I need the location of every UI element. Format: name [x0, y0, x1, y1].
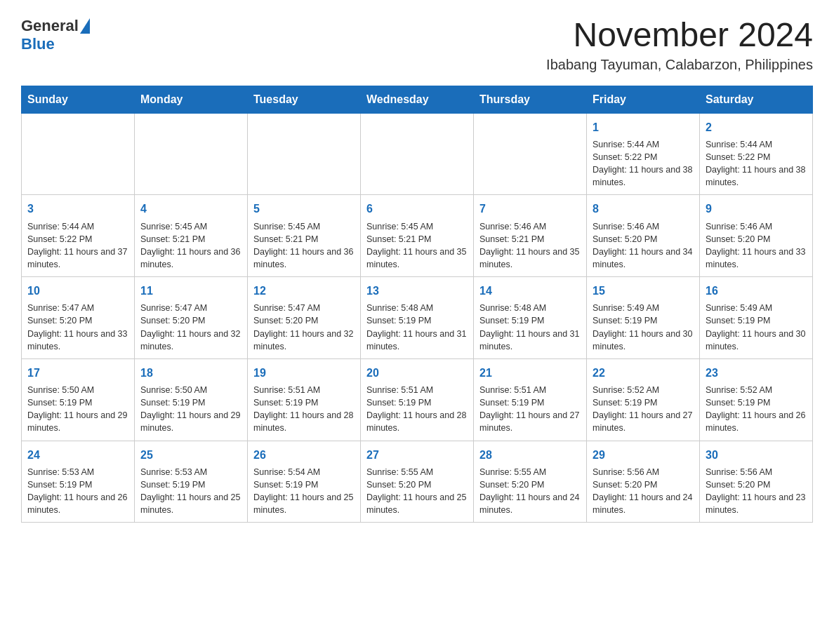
day-info-text: Sunset: 5:20 PM — [593, 478, 694, 491]
day-info-text: Daylight: 11 hours and 33 minutes. — [706, 246, 807, 271]
calendar-cell: 14Sunrise: 5:48 AMSunset: 5:19 PMDayligh… — [474, 277, 587, 359]
day-info-text: Sunset: 5:19 PM — [140, 396, 241, 409]
calendar-cell: 6Sunrise: 5:45 AMSunset: 5:21 PMDaylight… — [361, 195, 474, 277]
calendar-cell: 1Sunrise: 5:44 AMSunset: 5:22 PMDaylight… — [587, 113, 700, 195]
day-number: 1 — [593, 119, 694, 135]
day-number: 13 — [366, 283, 468, 299]
calendar-cell: 21Sunrise: 5:51 AMSunset: 5:19 PMDayligh… — [474, 358, 587, 441]
day-info-text: Sunrise: 5:50 AM — [140, 384, 241, 396]
day-number: 10 — [27, 283, 128, 299]
day-info-text: Sunrise: 5:44 AM — [593, 138, 694, 151]
calendar-cell: 8Sunrise: 5:46 AMSunset: 5:20 PMDaylight… — [587, 195, 700, 277]
day-number: 7 — [479, 201, 581, 217]
day-info-text: Daylight: 11 hours and 33 minutes. — [27, 328, 128, 353]
day-info-text: Daylight: 11 hours and 36 minutes. — [253, 246, 355, 271]
location-title: Ibabang Tayuman, Calabarzon, Philippines — [546, 57, 813, 73]
calendar-cell — [135, 113, 248, 195]
day-info-text: Sunrise: 5:48 AM — [479, 302, 581, 314]
day-info-text: Sunrise: 5:55 AM — [366, 466, 468, 478]
day-info-text: Daylight: 11 hours and 28 minutes. — [366, 409, 468, 434]
title-area: November 2024 Ibabang Tayuman, Calabarzo… — [546, 17, 813, 73]
day-info-text: Daylight: 11 hours and 38 minutes. — [593, 163, 694, 189]
day-info-text: Sunrise: 5:53 AM — [27, 466, 128, 478]
day-info-text: Daylight: 11 hours and 35 minutes. — [366, 246, 468, 271]
logo-triangle-icon — [80, 18, 90, 34]
day-info-text: Sunrise: 5:46 AM — [479, 220, 581, 233]
day-info-text: Sunset: 5:19 PM — [27, 478, 128, 491]
day-number: 21 — [479, 365, 581, 381]
day-info-text: Daylight: 11 hours and 32 minutes. — [140, 328, 241, 353]
day-number: 17 — [27, 365, 128, 381]
calendar-cell: 16Sunrise: 5:49 AMSunset: 5:19 PMDayligh… — [700, 277, 813, 359]
day-info-text: Daylight: 11 hours and 24 minutes. — [479, 491, 581, 516]
day-info-text: Sunset: 5:20 PM — [140, 314, 241, 327]
day-info-text: Sunset: 5:19 PM — [27, 396, 128, 409]
page-header: General Blue November 2024 Ibabang Tayum… — [21, 17, 813, 73]
calendar-cell: 29Sunrise: 5:56 AMSunset: 5:20 PMDayligh… — [587, 441, 700, 523]
day-info-text: Sunset: 5:19 PM — [140, 478, 241, 491]
day-number: 22 — [593, 365, 694, 381]
day-number: 2 — [706, 119, 807, 135]
calendar-week-row: 3Sunrise: 5:44 AMSunset: 5:22 PMDaylight… — [22, 195, 813, 277]
day-number: 19 — [253, 365, 355, 381]
day-info-text: Sunrise: 5:51 AM — [253, 384, 355, 396]
day-number: 16 — [706, 283, 807, 299]
day-info-text: Sunrise: 5:45 AM — [140, 220, 241, 233]
day-number: 8 — [593, 201, 694, 217]
day-number: 12 — [253, 283, 355, 299]
day-info-text: Sunset: 5:21 PM — [140, 233, 241, 246]
calendar-week-row: 24Sunrise: 5:53 AMSunset: 5:19 PMDayligh… — [22, 441, 813, 523]
day-info-text: Daylight: 11 hours and 35 minutes. — [479, 246, 581, 271]
calendar-cell: 26Sunrise: 5:54 AMSunset: 5:19 PMDayligh… — [248, 441, 361, 523]
day-info-text: Sunrise: 5:45 AM — [366, 220, 468, 233]
day-info-text: Sunset: 5:19 PM — [706, 314, 807, 327]
day-info-text: Sunrise: 5:56 AM — [593, 466, 694, 478]
calendar-cell: 10Sunrise: 5:47 AMSunset: 5:20 PMDayligh… — [22, 277, 135, 359]
calendar-week-row: 10Sunrise: 5:47 AMSunset: 5:20 PMDayligh… — [22, 277, 813, 359]
day-info-text: Sunset: 5:19 PM — [706, 396, 807, 409]
calendar-week-row: 17Sunrise: 5:50 AMSunset: 5:19 PMDayligh… — [22, 358, 813, 441]
day-info-text: Sunrise: 5:48 AM — [366, 302, 468, 314]
day-info-text: Daylight: 11 hours and 29 minutes. — [27, 409, 128, 434]
day-info-text: Sunset: 5:20 PM — [706, 233, 807, 246]
day-info-text: Daylight: 11 hours and 31 minutes. — [366, 328, 468, 353]
day-number: 5 — [253, 201, 355, 217]
day-of-week-header: Friday — [587, 86, 700, 113]
day-of-week-header: Sunday — [22, 86, 135, 113]
day-number: 24 — [27, 447, 128, 463]
calendar-week-row: 1Sunrise: 5:44 AMSunset: 5:22 PMDaylight… — [22, 113, 813, 195]
day-info-text: Sunset: 5:20 PM — [706, 478, 807, 491]
day-info-text: Sunset: 5:22 PM — [27, 233, 128, 246]
day-info-text: Sunset: 5:20 PM — [253, 314, 355, 327]
day-info-text: Daylight: 11 hours and 27 minutes. — [593, 409, 694, 434]
day-info-text: Sunset: 5:19 PM — [253, 396, 355, 409]
day-of-week-header: Monday — [135, 86, 248, 113]
calendar-cell: 22Sunrise: 5:52 AMSunset: 5:19 PMDayligh… — [587, 358, 700, 441]
day-info-text: Daylight: 11 hours and 25 minutes. — [140, 491, 241, 516]
day-info-text: Sunset: 5:20 PM — [479, 478, 581, 491]
calendar-cell: 18Sunrise: 5:50 AMSunset: 5:19 PMDayligh… — [135, 358, 248, 441]
day-info-text: Sunset: 5:20 PM — [27, 314, 128, 327]
calendar-cell: 17Sunrise: 5:50 AMSunset: 5:19 PMDayligh… — [22, 358, 135, 441]
calendar-cell: 19Sunrise: 5:51 AMSunset: 5:19 PMDayligh… — [248, 358, 361, 441]
day-info-text: Sunset: 5:21 PM — [253, 233, 355, 246]
day-info-text: Sunrise: 5:53 AM — [140, 466, 241, 478]
day-info-text: Sunrise: 5:52 AM — [593, 384, 694, 396]
calendar-cell — [22, 113, 135, 195]
calendar-cell — [474, 113, 587, 195]
day-info-text: Sunset: 5:19 PM — [366, 396, 468, 409]
day-info-text: Sunset: 5:19 PM — [253, 478, 355, 491]
day-of-week-header: Wednesday — [361, 86, 474, 113]
day-number: 23 — [706, 365, 807, 381]
calendar-cell: 28Sunrise: 5:55 AMSunset: 5:20 PMDayligh… — [474, 441, 587, 523]
calendar-cell: 12Sunrise: 5:47 AMSunset: 5:20 PMDayligh… — [248, 277, 361, 359]
calendar-header-row: SundayMondayTuesdayWednesdayThursdayFrid… — [22, 86, 813, 113]
day-info-text: Sunset: 5:22 PM — [706, 151, 807, 163]
day-info-text: Sunset: 5:21 PM — [366, 233, 468, 246]
day-number: 30 — [706, 447, 807, 463]
day-info-text: Daylight: 11 hours and 34 minutes. — [593, 246, 694, 271]
calendar-cell: 27Sunrise: 5:55 AMSunset: 5:20 PMDayligh… — [361, 441, 474, 523]
day-of-week-header: Tuesday — [248, 86, 361, 113]
day-number: 18 — [140, 365, 241, 381]
day-info-text: Daylight: 11 hours and 30 minutes. — [593, 328, 694, 353]
